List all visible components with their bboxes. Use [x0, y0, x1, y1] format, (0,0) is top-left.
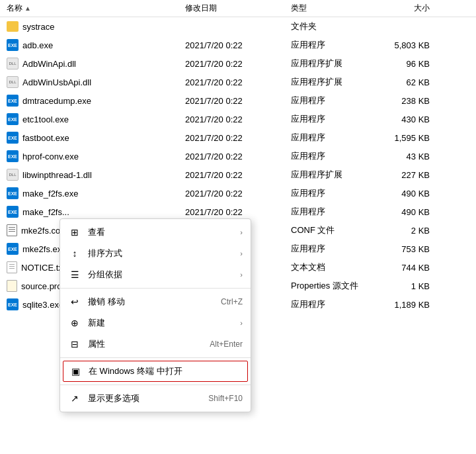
- file-name-label: libwinpthread-1.dll: [22, 170, 92, 180]
- file-date-cell: 2021/7/20 0:22: [185, 133, 291, 143]
- view-icon: ⊞: [68, 226, 81, 239]
- file-size-cell: 96 KB: [370, 59, 436, 69]
- view-label: 查看: [88, 226, 105, 238]
- exe-icon: EXE: [7, 187, 19, 199]
- file-name-cell: EXEdmtracedump.exe: [0, 95, 185, 107]
- file-name-cell: EXEmake_f2fs.exe: [0, 187, 185, 199]
- file-size-cell: 2 KB: [370, 226, 436, 236]
- file-date-cell: 2021/7/20 0:22: [185, 96, 291, 106]
- file-type-cell: 应用程序: [291, 187, 370, 199]
- file-name-label: make_f2fs.exe: [22, 189, 79, 199]
- exe-icon: EXE: [7, 298, 19, 310]
- exe-icon: EXE: [7, 132, 19, 144]
- menu-item-open-terminal[interactable]: ▣在 Windows 终端 中打开: [63, 361, 248, 382]
- dll-icon: DLL: [7, 58, 19, 69]
- table-row[interactable]: systrace文件夹: [0, 17, 476, 36]
- file-type-cell: 文件夹: [291, 21, 370, 32]
- file-name-cell: EXEetc1tool.exe: [0, 113, 185, 125]
- file-type-cell: 应用程序: [291, 132, 370, 144]
- exe-icon: EXE: [7, 39, 19, 51]
- file-type-cell: 应用程序: [291, 206, 370, 218]
- open-terminal-label: 在 Windows 终端 中打开: [89, 365, 182, 377]
- file-name-cell: DLLAdbWinUsbApi.dll: [0, 76, 185, 88]
- menu-item-group[interactable]: ☰分组依据›: [60, 264, 251, 285]
- file-size-cell: 430 KB: [370, 114, 436, 124]
- file-type-cell: 文本文档: [291, 261, 370, 273]
- file-size-cell: 1 KB: [370, 281, 436, 291]
- file-type-cell: 应用程序: [291, 243, 370, 255]
- table-row[interactable]: DLLAdbWinApi.dll2021/7/20 0:22应用程序扩展96 K…: [0, 54, 476, 73]
- file-date-cell: 2021/7/20 0:22: [185, 40, 291, 50]
- file-name-label: AdbWinApi.dll: [22, 59, 76, 69]
- exe-icon: EXE: [7, 113, 19, 125]
- table-row[interactable]: EXEfastboot.exe2021/7/20 0:22应用程序1,595 K…: [0, 128, 476, 147]
- dll-icon: DLL: [7, 169, 19, 181]
- undo-shortcut: Ctrl+Z: [221, 297, 243, 306]
- col-header-date[interactable]: 修改日期: [185, 3, 291, 14]
- table-row[interactable]: EXEetc1tool.exe2021/7/20 0:22应用程序430 KB: [0, 110, 476, 128]
- menu-item-more-options[interactable]: ↗显示更多选项Shift+F10: [60, 388, 251, 409]
- file-date-cell: 2021/7/20 0:22: [185, 207, 291, 217]
- exe-icon: EXE: [7, 243, 19, 255]
- file-type-cell: 应用程序: [291, 150, 370, 162]
- menu-separator: [60, 385, 251, 385]
- file-type-cell: 应用程序扩展: [291, 76, 370, 88]
- file-date-cell: 2021/7/20 0:22: [185, 170, 291, 180]
- file-size-cell: 1,595 KB: [370, 133, 436, 143]
- properties-label: 属性: [88, 338, 105, 350]
- file-date-cell: 2021/7/20 0:22: [185, 114, 291, 124]
- file-name-label: fastboot.exe: [22, 133, 69, 143]
- properties-shortcut: Alt+Enter: [210, 340, 243, 349]
- menu-item-new[interactable]: ⊕新建›: [60, 312, 251, 334]
- file-name-label: etc1tool.exe: [22, 114, 69, 124]
- menu-item-view[interactable]: ⊞查看›: [60, 222, 251, 243]
- file-list-header: 名称 ▲ 修改日期 类型 大小: [0, 0, 476, 17]
- col-header-size[interactable]: 大小: [370, 3, 436, 14]
- col-size-label: 大小: [414, 3, 430, 13]
- undo-label: 撤销 移动: [88, 296, 125, 308]
- file-name-label: adb.exe: [22, 40, 53, 50]
- group-icon: ☰: [68, 268, 81, 281]
- file-size-cell: 62 KB: [370, 77, 436, 87]
- menu-separator: [60, 357, 251, 358]
- sort-icon: ↕: [68, 247, 81, 260]
- file-date-cell: 2021/7/20 0:22: [185, 77, 291, 87]
- menu-item-properties[interactable]: ⊟属性Alt+Enter: [60, 334, 251, 355]
- sort-label: 排序方式: [88, 248, 122, 259]
- sort-arrow-icon: ▲: [24, 5, 31, 12]
- table-row[interactable]: EXEhprof-conv.exe2021/7/20 0:22应用程序43 KB: [0, 147, 476, 165]
- col-name-label: 名称: [7, 3, 22, 14]
- col-type-label: 类型: [291, 3, 307, 13]
- file-size-cell: 238 KB: [370, 96, 436, 106]
- more-options-icon: ↗: [68, 392, 81, 405]
- file-name-cell: EXEfastboot.exe: [0, 132, 185, 144]
- new-arrow-icon: ›: [240, 319, 243, 327]
- exe-icon: EXE: [7, 95, 19, 107]
- col-header-name[interactable]: 名称 ▲: [0, 3, 185, 14]
- view-arrow-icon: ›: [240, 228, 243, 236]
- undo-icon: ↩: [68, 295, 81, 308]
- table-row[interactable]: DLLAdbWinUsbApi.dll2021/7/20 0:22应用程序扩展6…: [0, 73, 476, 91]
- file-name-label: hprof-conv.exe: [22, 152, 79, 161]
- table-row[interactable]: EXEadb.exe2021/7/20 0:22应用程序5,803 KB: [0, 36, 476, 54]
- file-name-label: systrace: [22, 22, 54, 32]
- col-header-type[interactable]: 类型: [291, 3, 370, 14]
- file-name-cell: EXEmake_f2fs...: [0, 206, 185, 218]
- menu-item-sort[interactable]: ↕排序方式›: [60, 243, 251, 264]
- file-size-cell: 490 KB: [370, 207, 436, 217]
- file-size-cell: 1,189 KB: [370, 300, 436, 310]
- file-size-cell: 490 KB: [370, 189, 436, 199]
- file-type-cell: CONF 文件: [291, 224, 370, 236]
- table-row[interactable]: EXEmake_f2fs.exe2021/7/20 0:22应用程序490 KB: [0, 184, 476, 203]
- file-type-cell: 应用程序: [291, 39, 370, 51]
- file-type-cell: 应用程序: [291, 298, 370, 310]
- menu-separator: [60, 288, 251, 289]
- table-row[interactable]: DLLlibwinpthread-1.dll2021/7/20 0:22应用程序…: [0, 165, 476, 184]
- table-row[interactable]: EXEdmtracedump.exe2021/7/20 0:22应用程序238 …: [0, 91, 476, 110]
- file-date-cell: 2021/7/20 0:22: [185, 152, 291, 161]
- exe-icon: EXE: [7, 150, 19, 162]
- txt-icon: [7, 261, 17, 273]
- sort-arrow-icon: ›: [240, 250, 243, 257]
- menu-item-undo[interactable]: ↩撤销 移动Ctrl+Z: [60, 291, 251, 312]
- properties-icon: ⊟: [68, 338, 81, 351]
